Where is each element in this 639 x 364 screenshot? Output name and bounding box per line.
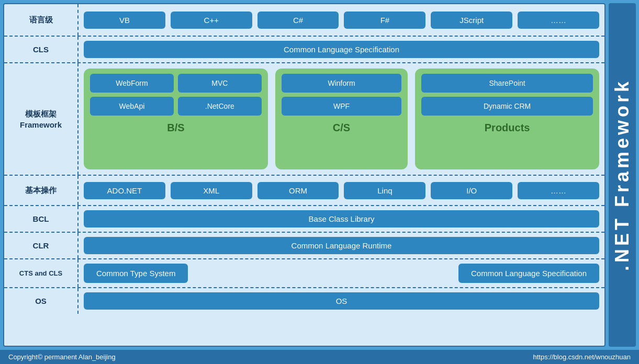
winform-box: Winform [282,74,401,93]
language-label: 语言级 [4,4,77,36]
basic-ops-row: 基本操作 ADO.NET XML ORM Linq I/O …… [4,176,604,206]
os-content: OS [77,288,604,314]
bs-row2: WebApi .NetCore [90,97,262,116]
wpf-box: WPF [282,97,401,116]
dynamiccrm-box: Dynamic CRM [421,97,593,116]
net-framework-text: .NET Framework [613,78,632,271]
bs-row1: WebForm MVC [90,74,262,93]
clr-content: Common Language Runtime [77,233,604,258]
lang-jscript: JScript [431,12,512,29]
cls-content: Common Language Specification [77,37,604,62]
footer-left: Copyright© permanent Alan_beijing [8,353,116,361]
products-row2: Dynamic CRM [421,97,593,116]
os-label: OS [4,288,77,314]
products-row1: SharePoint [421,74,593,93]
products-label: Products [421,122,593,134]
bcl-row: BCL Base Class Library [4,206,604,233]
lang-fs: F# [344,12,425,29]
footer-right: https://blog.csdn.net/wnouzhuan [533,353,631,361]
cs-row2: WPF [282,97,401,116]
framework-label: 模板框架 Framework [4,63,77,175]
basic-ops-label: 基本操作 [4,176,77,205]
lang-vb: VB [84,12,165,29]
net-framework-sidebar: .NET Framework [606,3,636,347]
bs-label: B/S [90,122,262,134]
mvc-box: MVC [178,74,262,93]
bcl-content: Base Class Library [77,206,604,232]
products-group: SharePoint Dynamic CRM Products [415,69,599,169]
cs-group: Winform WPF C/S [275,69,408,169]
ops-more: …… [518,182,599,199]
app-container: 语言级 VB C++ C# F# JScript …… CLS Common L… [0,0,639,364]
linq-box: Linq [344,182,425,199]
footer: Copyright© permanent Alan_beijing https:… [0,350,639,364]
cts-row: CTS and CLS Common Type System Common La… [4,259,604,288]
framework-row: 模板框架 Framework WebForm MVC WebApi .NetCo… [4,63,604,176]
clr-row: CLR Common Language Runtime [4,233,604,259]
language-content: VB C++ C# F# JScript …… [77,4,604,36]
lang-more: …… [518,12,599,29]
cls-box: Common Language Specification [84,41,599,58]
cts-content: Common Type System Common Language Speci… [77,259,604,287]
io-box: I/O [431,182,512,199]
cts-label: CTS and CLS [4,259,77,287]
clr-label: CLR [4,233,77,258]
language-row: 语言级 VB C++ C# F# JScript …… [4,4,604,37]
sharepoint-box: SharePoint [421,74,593,93]
xml-box: XML [171,182,252,199]
cs-label: C/S [282,122,401,134]
adonet-box: ADO.NET [84,182,165,199]
cts-box: Common Type System [84,264,188,283]
lang-cpp: C++ [171,12,252,29]
os-box: OS [84,292,599,310]
cs-row1: Winform [282,74,401,93]
cls-row: CLS Common Language Specification [4,37,604,63]
webapi-box: WebApi [90,97,174,116]
orm-box: ORM [257,182,339,199]
webform-box: WebForm [90,74,174,93]
net-framework-label: .NET Framework [609,3,636,347]
basic-ops-content: ADO.NET XML ORM Linq I/O …… [77,176,604,205]
os-row: OS OS [4,288,604,314]
bs-group: WebForm MVC WebApi .NetCore B/S [84,69,268,169]
lang-cs: C# [257,12,339,29]
cls2-box: Common Language Specification [458,264,599,283]
clr-box: Common Language Runtime [84,237,599,254]
bcl-box: Base Class Library [84,210,599,228]
netcore-box: .NetCore [178,97,262,116]
bcl-label: BCL [4,206,77,232]
cls-label: CLS [4,37,77,62]
framework-content: WebForm MVC WebApi .NetCore B/S Winform [77,63,604,175]
